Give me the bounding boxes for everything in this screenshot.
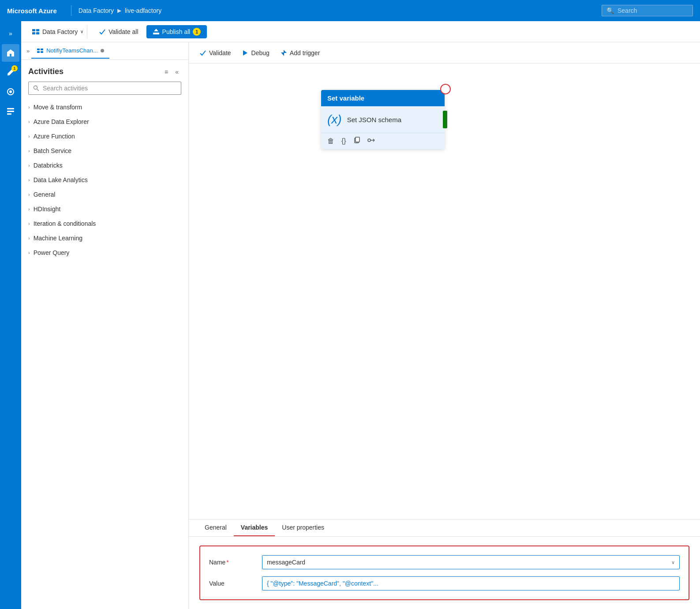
category-iteration-label: Iteration & conditionals [34, 220, 96, 227]
validate-label: Validate all [109, 28, 138, 35]
svg-rect-4 [7, 113, 11, 115]
code-activity-icon[interactable]: {} [341, 137, 346, 145]
toolbar: Data Factory ∨ Validate all Publish all … [21, 21, 700, 42]
chevron-iteration: › [28, 221, 30, 226]
svg-rect-14 [41, 51, 43, 53]
bottom-tabs: General Variables User properties [189, 519, 700, 537]
collapse2-icon[interactable]: « [172, 67, 181, 76]
df-icon [32, 28, 40, 36]
pipeline-tab-bar: » NotifiyTeamsChan... [21, 42, 188, 60]
name-input-wrapper[interactable]: messageCard ∨ [262, 555, 680, 569]
category-data-lake-label: Data Lake Analytics [34, 176, 88, 183]
debug-icon [242, 49, 249, 56]
category-batch-service[interactable]: › Batch Service [28, 144, 181, 158]
category-azure-function[interactable]: › Azure Function [28, 129, 181, 144]
category-databricks[interactable]: › Databricks [28, 158, 181, 173]
sidebar-item-monitor[interactable] [2, 83, 19, 101]
sidebar-item-home[interactable] [2, 44, 19, 62]
category-batch-service-label: Batch Service [34, 147, 71, 154]
chevron-azure-explorer: › [28, 119, 30, 124]
main-layout: » 1 [0, 21, 700, 609]
svg-point-1 [9, 90, 12, 93]
activities-title: Activities [28, 67, 64, 76]
name-required: * [226, 559, 228, 566]
publish-all-button[interactable]: Publish all 1 [146, 25, 207, 38]
canvas-toolbar: Validate Debug Add trigger [189, 42, 700, 64]
validate-canvas-label: Validate [209, 49, 231, 56]
add-trigger-label: Add trigger [290, 49, 320, 56]
activity-success-bar [443, 111, 447, 128]
right-area: Validate Debug Add trigger [189, 42, 700, 609]
search-input[interactable] [618, 7, 688, 14]
category-azure-explorer[interactable]: › Azure Data Explorer [28, 115, 181, 129]
category-power-query[interactable]: › Power Query [28, 246, 181, 260]
category-general-label: General [34, 191, 56, 198]
form-label-name: Name* [209, 559, 262, 566]
category-ml[interactable]: › Machine Learning [28, 231, 181, 246]
activity-card[interactable]: Set variable (x) Set JSON schema 🗑 {} [321, 90, 445, 149]
svg-rect-2 [7, 108, 14, 109]
delete-activity-icon[interactable]: 🗑 [327, 137, 334, 145]
activities-controls: ≡ « [162, 67, 181, 76]
chevron-data-lake: › [28, 177, 30, 183]
df-selector[interactable]: Data Factory ∨ [28, 25, 87, 38]
svg-rect-13 [37, 51, 40, 53]
copy-activity-icon[interactable] [353, 137, 360, 146]
validate-all-button[interactable]: Validate all [94, 26, 142, 38]
tab-user-properties[interactable]: User properties [275, 519, 331, 536]
breadcrumb: Data Factory ▶ live-adfactory [79, 7, 161, 14]
value-input[interactable] [262, 576, 680, 590]
category-databricks-label: Databricks [34, 162, 63, 169]
name-label-text: Name [209, 559, 225, 566]
category-general[interactable]: › General [28, 187, 181, 202]
svg-rect-9 [153, 33, 159, 34]
category-move-transform[interactable]: › Move & transform [28, 100, 181, 115]
name-value: messageCard [267, 559, 305, 566]
breadcrumb-df[interactable]: Data Factory [79, 7, 114, 14]
tab-variables[interactable]: Variables [234, 519, 275, 536]
search-activities-icon [33, 85, 39, 91]
sidebar-item-manage[interactable] [2, 102, 19, 120]
tab-general[interactable]: General [198, 519, 234, 536]
value-label-text: Value [209, 580, 225, 587]
search-icon: 🔍 [606, 7, 614, 14]
svg-rect-6 [36, 29, 39, 31]
search-activities-input[interactable] [43, 85, 176, 92]
sidebar-item-expand[interactable]: » [2, 25, 19, 42]
add-trigger-button[interactable]: Add trigger [278, 47, 322, 59]
publish-icon [153, 28, 160, 35]
sidebar-item-edit[interactable]: 1 [2, 64, 19, 81]
svg-rect-7 [32, 32, 35, 34]
form-row-name: Name* messageCard ∨ [209, 555, 680, 569]
category-hdinsight[interactable]: › HDInsight [28, 202, 181, 217]
name-dropdown[interactable]: messageCard ∨ [262, 555, 680, 569]
category-hdinsight-label: HDInsight [34, 205, 60, 213]
chevron-databricks: › [28, 163, 30, 168]
svg-rect-5 [32, 29, 35, 31]
connect-activity-icon[interactable] [367, 137, 376, 146]
df-label: Data Factory [42, 28, 78, 35]
canvas-area[interactable]: Set variable (x) Set JSON schema 🗑 {} [189, 64, 700, 519]
form-row-value: Value [209, 576, 680, 590]
category-move-transform-label: Move & transform [34, 104, 82, 111]
chevron-general: › [28, 192, 30, 197]
value-input-wrapper[interactable] [262, 576, 680, 590]
validate-button[interactable]: Validate [198, 47, 233, 59]
svg-marker-18 [281, 50, 287, 56]
breadcrumb-factory[interactable]: live-adfactory [125, 7, 161, 14]
name-chevron-down: ∨ [671, 560, 675, 565]
edit-badge: 1 [11, 65, 18, 71]
expand-left-btn[interactable]: » [25, 48, 31, 54]
svg-marker-17 [243, 50, 247, 56]
debug-button[interactable]: Debug [240, 47, 271, 59]
form-border: Name* messageCard ∨ [199, 545, 689, 600]
activity-card-body: (x) Set JSON schema [321, 106, 445, 133]
search-activities-box[interactable] [28, 82, 181, 95]
category-data-lake[interactable]: › Data Lake Analytics [28, 173, 181, 187]
search-bar[interactable]: 🔍 [602, 5, 693, 16]
pipeline-tab[interactable]: NotifiyTeamsChan... [31, 44, 109, 59]
chevron-move-transform: › [28, 105, 30, 110]
collapse-icon[interactable]: ≡ [162, 67, 171, 76]
category-iteration[interactable]: › Iteration & conditionals [28, 217, 181, 231]
svg-line-16 [37, 89, 39, 91]
